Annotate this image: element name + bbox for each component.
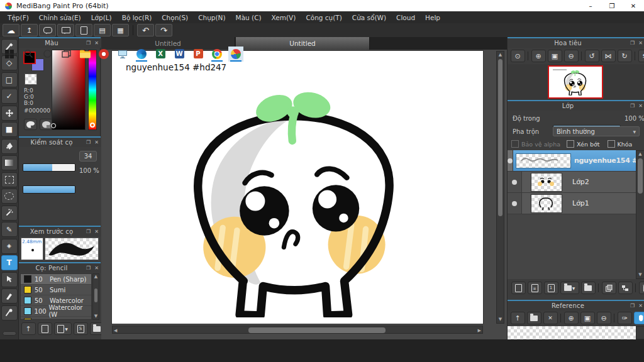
close-button[interactable]: ✕ [623,0,644,11]
select-pen-tool[interactable]: ✎ [1,222,18,237]
rotate-cw-icon[interactable]: ↻ [618,50,632,62]
transparent-color-swatch[interactable] [25,74,37,85]
medibang-taskbar-icon[interactable] [228,47,243,62]
hue-slider[interactable] [88,50,97,130]
redo-button[interactable]: ↷ [155,24,172,36]
canvas-horizontal-scrollbar[interactable]: ◀ ▶ [112,326,483,334]
popout-icon[interactable]: ❐ [84,140,92,145]
close-icon[interactable]: ✕ [92,140,101,145]
menu-select[interactable]: Chọn(S) [157,14,193,21]
word-icon[interactable]: W [172,47,187,62]
close-icon[interactable]: ✕ [92,229,101,234]
hue-marker[interactable] [90,123,95,128]
new-layer-icon[interactable] [511,282,526,294]
save-brush-icon[interactable]: ▼ [54,322,72,335]
edge-browser-icon[interactable] [134,47,149,62]
snap-tool[interactable]: ✓ [1,89,18,104]
bucket-tool[interactable] [1,139,18,154]
popout-icon[interactable]: ❐ [84,229,92,234]
menu-view[interactable]: Xem(V) [267,14,301,21]
lasso-tool[interactable] [1,189,18,204]
operation-tool[interactable] [1,272,18,287]
close-icon[interactable]: ✕ [636,303,644,309]
undo-button[interactable]: ↶ [137,24,154,36]
gradient-tool[interactable] [1,155,18,170]
menu-edit[interactable]: Chỉnh sửa(E) [34,14,86,21]
popout-icon[interactable]: ❐ [84,40,92,46]
reference-clear-icon[interactable]: ✕ [543,312,558,324]
brush-item[interactable]: 100Watercolor (W [21,306,91,317]
popout-icon[interactable]: ❐ [628,303,636,309]
close-icon[interactable]: ✕ [92,40,101,46]
menu-filter[interactable]: Bộ lọc(R) [117,14,157,21]
menu-tools[interactable]: Công cụ(T) [301,14,347,21]
copy-layer-icon[interactable] [602,282,616,294]
cortana-icon[interactable] [40,47,55,62]
layer-row[interactable]: Lớp2 [508,172,636,193]
brush-size-slider[interactable] [23,163,75,172]
layer-visibility-toggle[interactable] [508,193,522,214]
tab-untitled-2[interactable]: Untitled [236,37,370,50]
navigator-thumbnail[interactable] [548,65,603,99]
menu-file[interactable]: Tệp(F) [3,14,34,21]
chat-bubble-icon[interactable] [39,24,56,36]
zoom-in-icon[interactable]: ⊕ [564,312,579,324]
document-icon[interactable] [75,24,92,36]
select-eraser-tool[interactable]: ◈ [1,239,18,254]
protect-alpha-checkbox[interactable] [511,140,519,148]
palette-icon[interactable] [24,119,37,130]
list-icon[interactable]: ▤ [94,24,111,36]
minimize-button[interactable]: – [580,0,601,11]
toolstrip-handle[interactable] [3,331,16,336]
new-brush-icon[interactable] [38,322,52,335]
restore-button[interactable]: ❐ [601,0,623,11]
brush-list-scrollbar[interactable]: ▲ ▼ [92,273,99,320]
brush-upload-icon[interactable]: ↑ [21,322,36,335]
zoom-actual-icon[interactable]: ⊙ [511,50,525,62]
layer-list-scrollbar[interactable]: ▲ ▼ [636,150,644,279]
close-icon[interactable]: ✕ [92,265,101,271]
brush-size-value[interactable]: 34 [79,151,97,162]
menu-layer[interactable]: Lớp(L) [86,14,117,21]
dropper-icon[interactable]: ✑ [618,312,632,324]
duplicate-layer-icon[interactable]: ≡ [528,282,542,294]
search-icon[interactable] [21,47,36,62]
menu-help[interactable]: Help [420,14,445,21]
reference-scrollbar[interactable] [636,326,644,339]
chrome-icon[interactable] [209,47,225,62]
cloud-icon[interactable]: ☁ [3,24,19,36]
brush-item[interactable]: 50Sumi [21,285,91,295]
brush-opacity-slider[interactable] [23,185,75,194]
task-view-icon[interactable] [58,47,74,62]
pen-tool[interactable] [1,288,18,304]
trash-icon[interactable] [639,282,644,294]
flip-icon[interactable]: ⇆ [638,50,644,62]
layer-row-active[interactable]: nguyenhue154 #hd2 [508,150,636,172]
marquee-select-tool[interactable] [1,172,18,187]
blend-mode-dropdown[interactable]: Bình thường ▼ [553,126,640,136]
zoom-in-icon[interactable]: ⊕ [531,50,546,62]
canvas-vertical-scrollbar[interactable]: ▲ ▼ [496,51,504,324]
folder-icon[interactable] [581,282,596,294]
brush-script-icon[interactable]: S [74,322,88,335]
reference-capture-icon[interactable]: ↑ [511,312,525,324]
zoom-out-icon[interactable]: ⊖ [597,312,611,324]
menu-window[interactable]: Cửa sổ(W) [347,14,391,21]
merge-down-icon[interactable] [618,282,633,294]
popout-icon[interactable]: ❐ [628,103,636,109]
reference-open-icon[interactable] [527,312,541,324]
layer-1bit-icon[interactable]: 1 [544,282,558,294]
zoom-fit-icon[interactable]: ▣ [548,50,562,62]
close-icon[interactable]: ✕ [636,103,644,109]
zoom-fit-icon[interactable]: ▣ [580,312,595,324]
layer-visibility-toggle[interactable] [508,172,522,192]
lock-checkbox[interactable] [608,140,615,148]
add-folder-icon[interactable]: ▼ [560,282,579,294]
menu-cloud[interactable]: Cloud [391,14,420,21]
popout-icon[interactable]: ❐ [628,40,636,46]
select-fill-tool[interactable]: ■ [1,122,18,137]
popout-icon[interactable]: ❐ [84,265,92,271]
dropper-tool[interactable] [1,305,18,321]
zoom-out-icon[interactable]: ⊖ [564,50,579,62]
excel-icon[interactable]: X [153,47,168,62]
